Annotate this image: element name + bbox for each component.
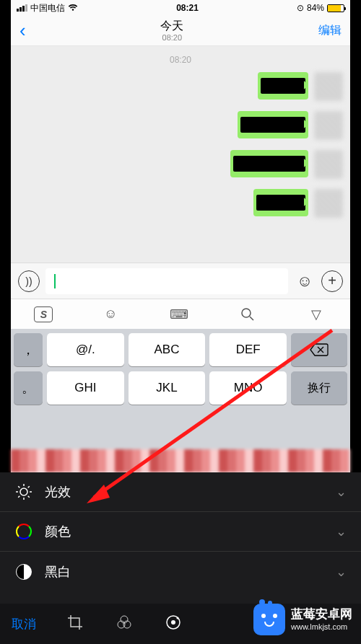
avatar[interactable] — [314, 72, 343, 101]
watermark-url: www.lmkjst.com — [291, 622, 352, 632]
plus-icon[interactable]: + — [321, 270, 343, 292]
back-button[interactable]: ‹ — [19, 19, 26, 42]
color-label: 颜色 — [45, 523, 71, 540]
alarm-icon: ⊙ — [297, 3, 304, 13]
nav-title: 今天 — [160, 19, 183, 32]
backspace-key[interactable] — [291, 333, 347, 366]
color-row[interactable]: 颜色 ⌄ — [0, 512, 361, 552]
light-effects-row[interactable]: 光效 ⌄ — [0, 472, 361, 512]
watermark-logo — [253, 604, 285, 635]
collapse-icon[interactable]: ▽ — [305, 304, 327, 325]
avatar[interactable] — [314, 189, 343, 218]
battery-icon — [327, 4, 344, 12]
watermark-title: 蓝莓安卓网 — [291, 607, 352, 622]
key-abc[interactable]: ABC — [129, 333, 206, 366]
search-icon[interactable] — [237, 304, 258, 325]
edit-button[interactable]: 编辑 — [318, 23, 342, 38]
brightness-icon — [14, 482, 33, 501]
battery-pct: 84% — [307, 3, 324, 13]
bw-icon — [14, 563, 33, 581]
phone-screenshot: 中国电信 08:21 ⊙ 84% ‹ 今天 08:20 编辑 08:20 — [11, 0, 350, 472]
key-ghi[interactable]: GHI — [47, 371, 124, 405]
filters-icon[interactable] — [114, 614, 134, 634]
status-time: 08:21 — [176, 3, 199, 13]
crop-icon[interactable] — [65, 614, 85, 634]
keyboard-switch-icon[interactable]: ⌨ — [168, 304, 190, 325]
adjust-icon[interactable] — [163, 614, 183, 635]
newline-key[interactable]: 换行 — [291, 371, 347, 405]
chat-area[interactable]: 08:20 — [11, 46, 350, 263]
avatar[interactable] — [314, 150, 343, 179]
redacted-strip — [11, 449, 350, 472]
message-row — [18, 111, 343, 140]
message-row — [18, 72, 343, 101]
nav-bar: ‹ 今天 08:20 编辑 — [11, 16, 350, 46]
avatar[interactable] — [314, 111, 343, 140]
svg-line-7 — [18, 486, 19, 488]
wifi-icon — [68, 4, 78, 12]
svg-point-2 — [20, 488, 27, 495]
chevron-down-icon: ⌄ — [336, 524, 347, 539]
svg-point-16 — [177, 617, 179, 619]
light-label: 光效 — [45, 483, 71, 500]
signal-icon — [17, 4, 27, 12]
emoji-icon[interactable]: ☺ — [294, 270, 316, 292]
svg-line-1 — [250, 317, 253, 320]
chevron-down-icon: ⌄ — [336, 484, 347, 500]
svg-line-8 — [28, 496, 30, 498]
bw-row[interactable]: 黑白 ⌄ — [0, 552, 361, 591]
keyboard: ， @/. ABC DEF 。 GHI JKL MNO 换行 — [11, 329, 350, 472]
chevron-down-icon: ⌄ — [336, 564, 347, 580]
nav-subtitle: 08:20 — [160, 33, 183, 43]
cancel-button[interactable]: 取消 — [12, 616, 36, 632]
key-jkl[interactable]: JKL — [129, 371, 206, 405]
key-comma[interactable]: ， — [14, 333, 43, 366]
message-input[interactable] — [45, 268, 288, 294]
message-row — [18, 150, 343, 179]
key-period[interactable]: 。 — [14, 371, 43, 405]
svg-line-10 — [28, 486, 30, 488]
svg-line-9 — [18, 496, 19, 498]
key-mno[interactable]: MNO — [209, 371, 287, 405]
key-def[interactable]: DEF — [209, 333, 287, 366]
carrier-label: 中国电信 — [30, 2, 65, 14]
chat-timestamp: 08:20 — [18, 55, 343, 65]
svg-point-0 — [242, 309, 251, 317]
watermark: 蓝莓安卓网 www.lmkjst.com — [253, 604, 352, 635]
emoji-kb-icon[interactable]: ☺ — [100, 304, 121, 325]
key-1[interactable]: @/. — [47, 333, 124, 366]
keyboard-toolbar: S ☺ ⌨ ▽ — [11, 299, 350, 329]
voice-icon[interactable]: )) — [18, 270, 40, 292]
message-row — [18, 189, 343, 218]
input-bar: )) ☺ + — [11, 263, 350, 299]
sogou-icon[interactable]: S — [34, 306, 53, 322]
svg-point-15 — [171, 620, 175, 625]
status-bar: 中国电信 08:21 ⊙ 84% — [11, 0, 350, 16]
bw-label: 黑白 — [45, 563, 71, 581]
color-icon — [14, 522, 33, 541]
